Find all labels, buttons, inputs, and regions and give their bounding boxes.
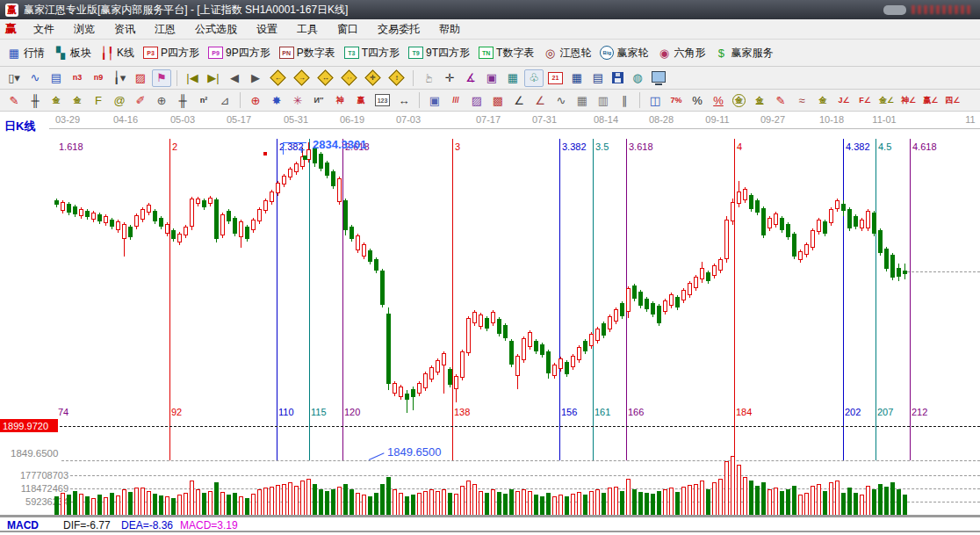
tool-go-last[interactable]: ▶|	[204, 69, 223, 87]
tool-square-grid-2[interactable]: ▥	[594, 91, 613, 109]
tool-9p-square[interactable]: P99P四方形	[205, 44, 273, 62]
tool-circle-grid[interactable]: ⊕	[152, 91, 171, 109]
tool-winner-wheel[interactable]: Big赢家轮	[597, 44, 651, 62]
tool-percent[interactable]: %	[688, 91, 707, 109]
gann-vertical-line[interactable]	[559, 139, 560, 460]
menu-item-browse[interactable]: 浏览	[64, 19, 104, 40]
tool-blue-frame-fan[interactable]: ▣	[425, 91, 444, 109]
tool-wave-9[interactable]: n9	[89, 69, 108, 87]
tool-percent-lines[interactable]: %	[709, 91, 728, 109]
tool-market-quotes[interactable]: ▦行情	[4, 44, 47, 62]
tool-calculator[interactable]: ▦	[567, 69, 587, 87]
menu-item-window[interactable]: 窗口	[328, 19, 368, 40]
indicator-name[interactable]: MACD	[7, 519, 39, 531]
tool-detail-list[interactable]: ▤	[47, 69, 66, 87]
tool-fan-lines[interactable]: ///	[446, 91, 465, 109]
tool-ying-tool[interactable]: 赢	[351, 91, 371, 109]
tool-ruler-123[interactable]: 123	[372, 92, 393, 108]
tool-gold-grid-2[interactable]: 金	[68, 91, 87, 109]
tool-gold-angle-2[interactable]: 金∠	[876, 91, 897, 109]
tool-mirror-angle[interactable]: ⊿	[215, 91, 234, 109]
tool-gann-line-pencil[interactable]: ✎	[4, 91, 24, 109]
gann-vertical-line[interactable]	[593, 139, 594, 460]
tool-circle-target[interactable]: ⊕	[246, 91, 265, 109]
tool-web-box-red[interactable]: ▩	[488, 91, 508, 109]
tool-shift-right-diamond[interactable]: →	[291, 69, 313, 87]
gann-vertical-line[interactable]	[452, 139, 453, 460]
gann-vertical-line[interactable]	[309, 139, 310, 460]
gann-vertical-line[interactable]	[169, 139, 170, 460]
tool-go-first[interactable]: |◀	[183, 69, 202, 87]
menu-item-help[interactable]: 帮助	[429, 19, 470, 40]
tool-notepad[interactable]: ▤	[588, 69, 608, 87]
tool-t-square[interactable]: T3T四方形	[342, 44, 402, 62]
menu-item-gann[interactable]: 江恩	[145, 19, 185, 40]
tool-p-square[interactable]: P3P四方形	[141, 44, 202, 62]
tool-expand-v-diamond[interactable]: ↕	[386, 69, 407, 87]
tool-angle-line[interactable]: ∠	[509, 91, 529, 109]
drawing-handle-red[interactable]	[263, 152, 267, 155]
tool-parallel-lines[interactable]: ∥	[615, 91, 634, 109]
tool-gann-wheel[interactable]: ◎江恩轮	[540, 44, 594, 62]
tool-shift-left-diamond[interactable]: ←	[267, 69, 289, 87]
tool-trend-curve[interactable]: ∿	[25, 69, 45, 87]
tool-spider-web[interactable]: ✳	[288, 91, 307, 109]
tool-kline[interactable]: ╽╿K线	[97, 44, 137, 62]
tool-smart-analysis[interactable]: ♧	[524, 69, 544, 87]
gann-vertical-line[interactable]	[342, 139, 343, 460]
tool-percent-7[interactable]: 7%	[667, 91, 686, 109]
tool-t-number-table[interactable]: TNT数字表	[476, 44, 537, 62]
tool-wave-tool[interactable]: ≈	[792, 91, 811, 109]
tool-knife-tool[interactable]: ✐	[131, 91, 150, 109]
gann-vertical-line[interactable]	[910, 139, 911, 460]
tool-f-angle[interactable]: F∠	[855, 91, 875, 109]
drawing-handle-green[interactable]	[303, 155, 307, 160]
tool-pan-hand[interactable]: ☞	[419, 69, 438, 87]
tool-shen-angle[interactable]: 神∠	[898, 91, 919, 109]
tool-p-number-table[interactable]: PNP数字表	[277, 44, 338, 62]
gann-vertical-line[interactable]	[734, 139, 735, 460]
tool-gold-angle[interactable]: 金	[813, 91, 832, 109]
tool-zigzag-wave[interactable]: ∿	[551, 91, 571, 109]
tool-analysis-flag[interactable]: ⚑	[152, 69, 171, 87]
tool-angle-measure[interactable]: ∡	[461, 69, 480, 87]
tool-angle-line-red[interactable]: ∠	[530, 91, 550, 109]
menu-item-settings[interactable]: 设置	[247, 19, 287, 40]
tool-square-grid[interactable]: ▦	[573, 91, 592, 109]
tool-single-candle-dropdown[interactable]: ╽▾	[110, 69, 129, 87]
tool-calendar-21[interactable]: 21	[545, 70, 566, 86]
menu-item-formula-stock-pick[interactable]: 公式选股	[185, 19, 247, 40]
tool-compress-h-diamond[interactable]: ⇔	[338, 69, 360, 87]
gann-vertical-line[interactable]	[876, 139, 876, 460]
tool-fan-box-purple[interactable]: ▨	[467, 91, 486, 109]
tool-volume-profile[interactable]: ◫	[645, 91, 665, 109]
tool-crosshair[interactable]: ✛	[440, 69, 459, 87]
tool-gold-lines[interactable]: 金	[750, 91, 769, 109]
tool-trend-pen[interactable]: ✎	[771, 91, 790, 109]
tool-red-frame-tool[interactable]: ▨	[131, 69, 150, 87]
tool-purple-panel-tool[interactable]: ▣	[482, 69, 501, 87]
window-controls-area[interactable]	[883, 5, 906, 15]
menu-item-trade-entrust[interactable]: 交易委托	[368, 19, 429, 40]
tool-save-floppy[interactable]	[609, 70, 626, 85]
tool-hexagon[interactable]: ◉六角形	[654, 44, 708, 62]
high-marker-cross-icon[interactable]: +	[299, 144, 305, 156]
tool-expand-h-diamond[interactable]: ↔	[314, 69, 336, 87]
tool-time-grid[interactable]: ╫	[173, 91, 192, 109]
tool-n-squared[interactable]: n²	[194, 91, 213, 109]
tool-n-quote-tool[interactable]: И″	[309, 91, 328, 109]
tool-shen-tool[interactable]: 神	[330, 91, 349, 109]
tool-remote-computer[interactable]	[649, 69, 668, 87]
tool-step-forward[interactable]: ▶	[246, 69, 265, 87]
tool-width-measure[interactable]: ↔	[394, 91, 414, 109]
tool-9t-square[interactable]: T99T四方形	[406, 44, 472, 62]
tool-winner-service[interactable]: $赢家服务	[711, 44, 775, 62]
tool-teal-grid-tool[interactable]: ▦	[503, 69, 522, 87]
tool-step-back[interactable]: ◀	[225, 69, 244, 87]
tool-si-angle[interactable]: 四∠	[942, 91, 962, 109]
menu-item-file[interactable]: 文件	[24, 19, 64, 40]
tool-gold-circle[interactable]: 金	[730, 92, 748, 109]
tool-gold-grid-1[interactable]: 金	[47, 91, 66, 109]
tool-j-angle[interactable]: J∠	[834, 91, 854, 109]
chart-area[interactable]: 日K线 03-2904-1605-0305-1705-3106-1907-030…	[0, 112, 980, 535]
